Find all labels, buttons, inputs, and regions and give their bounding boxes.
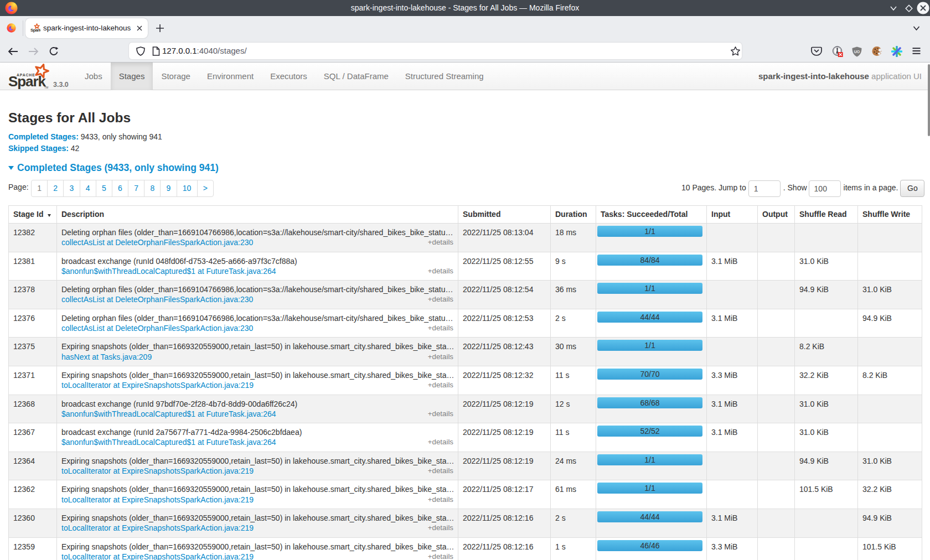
svg-text:UO: UO bbox=[854, 50, 860, 54]
svg-text:TM: TM bbox=[44, 86, 48, 89]
svg-text:Spark: Spark bbox=[8, 73, 46, 90]
